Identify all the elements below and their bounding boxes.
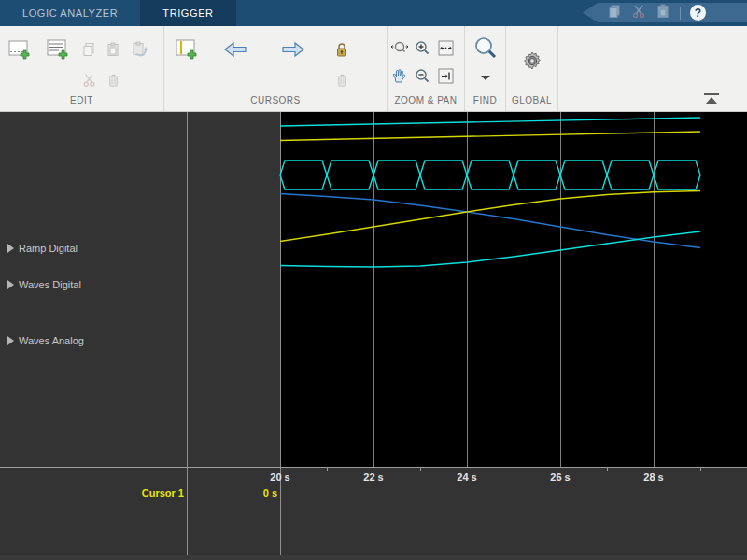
time-minor-tick — [420, 467, 421, 471]
find-options-dropdown[interactable] — [481, 76, 490, 80]
time-tick-label: 22 s — [363, 471, 383, 483]
section-find: FIND — [465, 26, 506, 111]
section-global: GLOBAL — [506, 26, 558, 111]
time-minor-tick — [514, 467, 514, 471]
value-plot-divider[interactable] — [280, 112, 281, 560]
zoom-out-icon[interactable] — [415, 68, 430, 84]
paste-icon[interactable] — [655, 4, 670, 22]
previous-transition-button[interactable] — [224, 41, 247, 58]
signal-group-ramp-digital[interactable]: Ramp Digital — [0, 243, 182, 254]
zoom-to-cursor-icon[interactable] — [438, 68, 454, 84]
section-cursors: CURSORS — [164, 26, 388, 111]
fit-to-view-icon[interactable] — [438, 40, 454, 56]
chevron-down-icon — [481, 76, 490, 80]
help-button[interactable]: ? — [690, 5, 706, 21]
horizontal-scrollbar[interactable] — [0, 555, 747, 560]
expand-arrow-icon[interactable] — [7, 336, 14, 345]
time-tick-label: 26 s — [550, 471, 570, 483]
duplicate-button[interactable] — [131, 41, 148, 58]
signal-group-waves-analog[interactable]: Waves Analog — [0, 335, 182, 346]
paste-button[interactable] — [106, 42, 120, 57]
section-label-global: GLOBAL — [506, 95, 557, 111]
time-tick-label: 20 s — [270, 471, 289, 483]
collapse-toolstrip-button[interactable] — [704, 93, 719, 105]
section-edit: EDIT — [0, 26, 164, 111]
tab-logic-analyzer[interactable]: LOGIC ANALYZER — [0, 0, 140, 26]
toolstrip: EDIT CURSORS — [0, 26, 747, 112]
cursor-value-label[interactable]: 0 s — [263, 487, 277, 498]
waveform-workspace: Ramp Digital Waves Digital Waves Analog … — [0, 112, 747, 560]
section-label-cursors: CURSORS — [164, 95, 387, 111]
add-wave-button[interactable] — [7, 38, 30, 61]
lock-cursor-button[interactable] — [335, 42, 348, 58]
time-tick-label: 24 s — [457, 471, 476, 483]
signal-label: Waves Analog — [19, 335, 84, 346]
quick-access-separator — [680, 7, 681, 20]
next-transition-button[interactable] — [282, 41, 304, 58]
time-minor-tick — [607, 467, 608, 471]
signal-group-waves-digital[interactable]: Waves Digital — [0, 279, 182, 290]
time-tick-label: 28 s — [643, 471, 663, 483]
name-value-divider[interactable] — [187, 112, 188, 560]
zoom-in-icon[interactable] — [415, 40, 430, 56]
cut-button[interactable] — [82, 74, 96, 88]
zoom-in-x-icon[interactable] — [391, 40, 408, 55]
signal-label: Ramp Digital — [19, 243, 78, 254]
section-zoom-pan: ZOOM & PAN — [388, 26, 465, 111]
cursor-name-label[interactable]: Cursor 1 — [142, 487, 184, 498]
time-minor-tick — [700, 467, 701, 471]
waveform-plot-area[interactable] — [280, 112, 747, 467]
expand-arrow-icon[interactable] — [7, 244, 14, 253]
section-label-find: FIND — [465, 95, 505, 111]
time-axis-line — [0, 467, 747, 468]
collapse-arrow-icon — [706, 97, 717, 104]
titlebar: LOGIC ANALYZER TRIGGER ? — [0, 0, 747, 26]
add-cursor-button[interactable] — [175, 38, 197, 61]
cut-icon[interactable] — [631, 4, 646, 22]
tab-trigger[interactable]: TRIGGER — [140, 0, 235, 26]
copy-button[interactable] — [81, 42, 96, 57]
time-minor-tick — [327, 467, 328, 471]
copy-icon[interactable] — [607, 4, 622, 22]
collapse-bar-icon — [704, 93, 719, 95]
delete-button[interactable] — [106, 74, 120, 88]
find-button[interactable] — [472, 35, 499, 62]
signal-label: Waves Digital — [19, 279, 81, 290]
pan-icon[interactable] — [391, 68, 407, 84]
section-label-edit: EDIT — [0, 95, 163, 111]
section-label-zoom-pan: ZOOM & PAN — [388, 95, 464, 111]
settings-gear-icon[interactable] — [520, 49, 544, 73]
add-divider-button[interactable] — [46, 38, 68, 61]
expand-arrow-icon[interactable] — [7, 280, 14, 289]
delete-cursor-button[interactable] — [335, 74, 349, 88]
quick-access-toolbar: ? — [583, 3, 747, 22]
